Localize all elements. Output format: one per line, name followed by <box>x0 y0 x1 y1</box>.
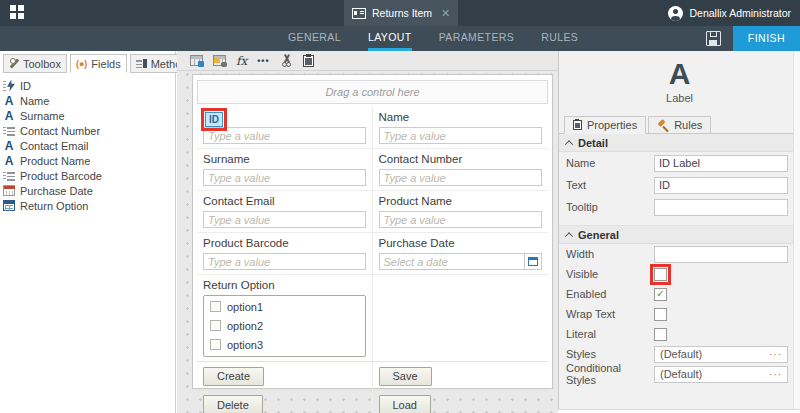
date-icon <box>3 185 15 196</box>
product-name-textbox[interactable] <box>379 211 543 228</box>
edit-table-icon[interactable] <box>190 55 203 66</box>
tab-general[interactable]: GENERAL <box>288 26 341 51</box>
designer-navbar: GENERAL LAYOUT PARAMETERS RULES <box>0 26 800 51</box>
form-tab[interactable]: Returns Item ✕ <box>344 0 458 26</box>
create-button[interactable]: Create <box>203 367 264 386</box>
property-row-tooltip: Tooltip <box>559 196 800 218</box>
name-label[interactable]: Name <box>379 110 543 125</box>
field-item-name[interactable]: A Name <box>3 93 175 108</box>
form-cell-create: Create <box>197 361 373 390</box>
form-cell-surname: Surname <box>197 148 373 190</box>
field-item-purchase-date[interactable]: Purchase Date <box>3 183 175 198</box>
tab-control-rules[interactable]: Rules <box>648 116 711 134</box>
more-icon[interactable]: ••• <box>257 56 269 66</box>
autonumber-icon <box>3 80 15 92</box>
calendar-button[interactable] <box>525 253 542 270</box>
tab-rules[interactable]: RULES <box>541 26 578 51</box>
field-item-product-name[interactable]: A Product Name <box>3 153 175 168</box>
id-label-control[interactable]: ID <box>205 112 223 127</box>
field-item-label: Name <box>20 95 49 107</box>
purchase-date-label[interactable]: Purchase Date <box>379 236 543 251</box>
return-option-listbox[interactable]: option1 option2 option3 <box>203 295 366 357</box>
product-name-label[interactable]: Product Name <box>379 194 543 209</box>
contact-email-label[interactable]: Contact Email <box>203 194 366 209</box>
field-list: ID A Name A Surname Contact Number A Con… <box>0 78 175 213</box>
field-item-surname[interactable]: A Surname <box>3 108 175 123</box>
surname-textbox[interactable] <box>203 169 366 186</box>
text-icon: A <box>3 140 15 152</box>
tab-toolbox[interactable]: Toolbox <box>3 54 67 73</box>
tab-parameters[interactable]: PARAMETERS <box>439 26 515 51</box>
name-property-input[interactable] <box>654 155 788 172</box>
field-item-label: Return Option <box>20 200 88 212</box>
enabled-checkbox[interactable]: ✓ <box>654 288 667 301</box>
load-button[interactable]: Load <box>379 395 431 413</box>
contact-number-textbox[interactable] <box>379 169 543 186</box>
form-cell-purchase-date: Purchase Date <box>373 232 549 274</box>
visible-checkbox[interactable] <box>654 268 667 281</box>
waffle-square <box>10 13 16 19</box>
field-item-product-barcode[interactable]: Product Barcode <box>3 168 175 183</box>
contact-number-label[interactable]: Contact Number <box>379 152 543 167</box>
option-row: option2 <box>204 316 365 335</box>
designer-nav-tabs: GENERAL LAYOUT PARAMETERS RULES <box>288 26 578 51</box>
text-icon: A <box>3 110 15 122</box>
field-item-id[interactable]: ID <box>3 78 175 93</box>
cut-icon[interactable] <box>280 54 293 67</box>
collapse-chevron-icon <box>565 232 573 240</box>
property-label: Styles <box>566 348 654 360</box>
option1-checkbox[interactable] <box>210 301 221 312</box>
field-item-contact-number[interactable]: Contact Number <box>3 123 175 138</box>
property-row-visible: Visible <box>559 264 800 284</box>
check-icon: ✓ <box>656 289 664 299</box>
surname-label[interactable]: Surname <box>203 152 366 167</box>
section-detail[interactable]: Detail <box>559 134 800 152</box>
field-item-return-option[interactable]: Return Option <box>3 198 175 213</box>
property-label: Enabled <box>566 288 654 300</box>
save-icon[interactable] <box>706 31 721 46</box>
expression-icon[interactable]: fx <box>236 55 247 67</box>
field-item-label: Product Barcode <box>20 170 102 182</box>
user-menu[interactable]: Denallix Administrator <box>668 0 791 26</box>
delete-button[interactable]: Delete <box>203 395 263 413</box>
section-general[interactable]: General <box>559 225 800 244</box>
product-barcode-label[interactable]: Product Barcode <box>203 236 366 251</box>
text-property-input[interactable] <box>654 177 788 194</box>
paste-icon[interactable] <box>303 55 314 67</box>
conditional-styles-picker[interactable]: (Default) ··· <box>654 366 788 383</box>
design-canvas: fx ••• Drag a control here ID Name <box>177 51 558 413</box>
contact-email-textbox[interactable] <box>203 211 366 228</box>
finish-button[interactable]: FINISH <box>733 26 800 51</box>
form-design-surface: Drag a control here ID Name Surname <box>192 74 553 389</box>
property-row-width: Width <box>559 244 800 264</box>
wrap-text-checkbox[interactable] <box>654 308 667 321</box>
literal-checkbox[interactable] <box>654 328 667 341</box>
width-property-input[interactable] <box>654 246 788 263</box>
styles-picker[interactable]: (Default) ··· <box>654 346 788 363</box>
app-launcher-icon[interactable] <box>10 5 24 19</box>
tab-layout[interactable]: LAYOUT <box>368 26 412 51</box>
option2-checkbox[interactable] <box>210 320 221 331</box>
product-barcode-textbox[interactable] <box>203 253 366 270</box>
tab-fields[interactable]: (●) Fields <box>70 54 127 73</box>
table-style-icon[interactable] <box>213 55 226 66</box>
close-tab-icon[interactable]: ✕ <box>441 7 450 20</box>
highlight-annotation-id-label: ID <box>201 108 227 131</box>
name-textbox[interactable] <box>379 127 543 144</box>
save-button[interactable]: Save <box>379 367 432 386</box>
return-option-label[interactable]: Return Option <box>203 278 366 293</box>
label-control-glyph: A <box>559 59 800 89</box>
field-item-contact-email[interactable]: A Contact Email <box>3 138 175 153</box>
id-textbox[interactable] <box>203 127 366 144</box>
form-cell-load: Load <box>373 390 549 413</box>
tab-toolbox-label: Toolbox <box>23 58 61 70</box>
option3-checkbox[interactable] <box>210 339 221 350</box>
purchase-date-picker[interactable] <box>379 253 526 270</box>
section-general-title: General <box>578 229 619 241</box>
scrollbar[interactable] <box>793 51 800 409</box>
property-label: Text <box>566 179 654 191</box>
drop-zone[interactable]: Drag a control here <box>197 80 548 104</box>
tooltip-property-input[interactable] <box>654 199 788 216</box>
property-row-conditional-styles: Conditional Styles (Default) ··· <box>559 364 800 384</box>
tab-properties[interactable]: Properties <box>564 116 646 134</box>
